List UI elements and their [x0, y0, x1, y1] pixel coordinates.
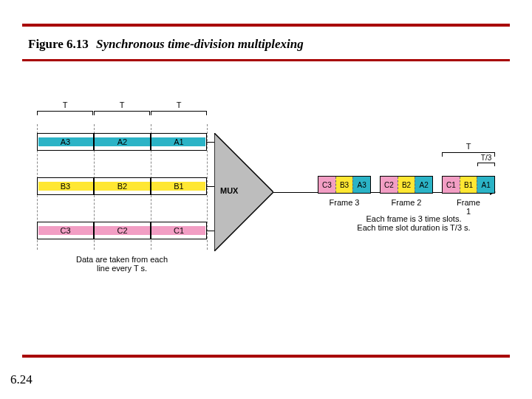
cell-B3: B3	[37, 177, 94, 195]
input-bracket-3	[151, 111, 207, 121]
input-note: Data are taken from each line every T s.	[37, 255, 207, 273]
input-bracket-1	[37, 111, 93, 121]
output-slot-label: T/3	[481, 154, 491, 162]
frame-3-label: Frame 3	[330, 198, 360, 207]
input-row-C: C3 C2 C1	[37, 222, 207, 239]
slot-A1: A1	[477, 177, 494, 193]
input-row-A: A3 A2 A1	[37, 133, 207, 151]
input-period-3: T	[177, 100, 182, 109]
figure-title: Figure 6.13 Synchronous time-division mu…	[28, 37, 304, 52]
output-slot-bracket	[477, 163, 495, 168]
mux-label: MUX	[220, 186, 238, 195]
input-bracket-2	[94, 111, 150, 121]
cell-A2: A2	[94, 133, 151, 151]
slot-C3: C3	[318, 177, 335, 193]
frame-1: C1 B1 A1	[442, 176, 495, 194]
top-rule	[22, 24, 510, 27]
output-note: Each frame is 3 time slots. Each time sl…	[329, 214, 499, 232]
cell-C1: C1	[151, 222, 207, 239]
frame-2-label: Frame 2	[392, 198, 422, 207]
page-number: 6.24	[10, 372, 33, 387]
figure-caption: Synchronous time-division multiplexing	[96, 37, 304, 51]
figure-number: Figure 6.13	[28, 37, 89, 51]
input-period-1: T	[63, 100, 68, 109]
input-period-2: T	[120, 100, 125, 109]
cell-A1: A1	[151, 133, 207, 151]
cell-A3: A3	[37, 133, 94, 151]
input-row-B: B3 B2 B1	[37, 177, 207, 195]
frame-3: C3 B3 A3	[318, 176, 371, 194]
slot-B3: B3	[335, 177, 353, 193]
cell-B2: B2	[94, 177, 151, 195]
slot-B2: B2	[398, 177, 415, 193]
slot-C1: C1	[443, 177, 460, 193]
output-period-label: T	[466, 142, 471, 151]
frame-2: C2 B2 A2	[380, 176, 433, 194]
tdm-diagram: T T T A3 A2 A1 B3 B2 B1 C3	[37, 111, 495, 288]
slot-C2: C2	[381, 177, 398, 193]
slot-A3: A3	[352, 177, 370, 193]
cell-C3: C3	[37, 222, 94, 239]
bottom-rule	[22, 355, 510, 358]
frame-1-label: Frame 1	[455, 198, 482, 216]
input-block: T T T A3 A2 A1 B3 B2 B1 C3	[37, 111, 207, 259]
title-underline	[22, 59, 510, 61]
cell-B1: B1	[151, 177, 207, 195]
slot-B1: B1	[460, 177, 477, 193]
cell-C2: C2	[94, 222, 151, 239]
slot-A2: A2	[415, 177, 432, 193]
